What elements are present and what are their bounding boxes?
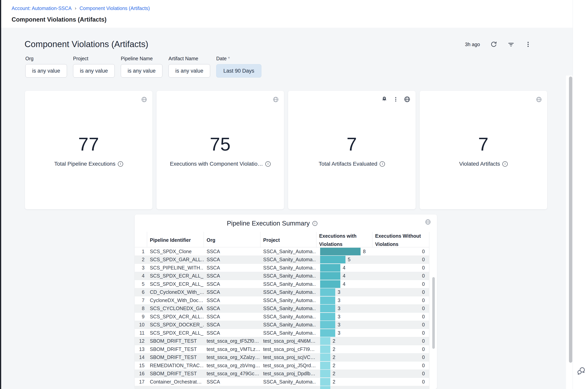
info-icon[interactable]: i	[312, 221, 317, 226]
breadcrumb-current-link[interactable]: Component Violations (Artifacts)	[79, 5, 150, 11]
cell-executions-without-violations: 0	[372, 306, 429, 311]
kebab-menu-icon[interactable]	[393, 96, 399, 102]
table-row: 8 SCS_CYCLONEDX_GA… SSCA SSCA_Sanity_Aut…	[135, 305, 429, 313]
violations-bar-value: 4	[343, 265, 346, 271]
globe-icon[interactable]	[425, 219, 431, 225]
info-icon[interactable]: i	[380, 161, 385, 167]
violations-bar-value: 3	[338, 322, 340, 327]
filter-icon[interactable]	[508, 41, 515, 48]
globe-icon[interactable]	[536, 96, 542, 103]
cell-executions-with-violations: 2	[316, 337, 372, 345]
cell-org: test_ssca_org_VMTLz…	[204, 346, 260, 352]
table-row: 2 SCS_SPDX_GAR_ALL… SSCA SSCA_Sanity_Aut…	[135, 256, 429, 264]
pipeline-execution-summary-panel: Pipeline Execution Summary i Pipeline Id…	[135, 215, 437, 389]
breadcrumb-account-link[interactable]: Account: Automation-SSCA	[12, 5, 72, 11]
cell-executions-without-violations: 0	[372, 265, 429, 271]
cell-row-number: 9	[135, 314, 147, 320]
table-row	[135, 386, 429, 389]
violations-bar	[320, 296, 335, 304]
violations-bar-value: 2	[333, 355, 335, 360]
right-gutter	[573, 0, 588, 389]
table-row: 17 Container_Orchestrat… SSCA SSCA_Sanit…	[135, 378, 429, 386]
cell-org: test_ssca_org_479Gc…	[204, 371, 260, 376]
filter-artifact-name: Artifact Name is any value	[169, 56, 210, 77]
cell-org: SSCA	[204, 257, 260, 262]
add-alert-icon[interactable]	[381, 96, 388, 103]
cell-pipeline-identifier: SCS_SPDX_GAR_ALL…	[147, 257, 204, 262]
card-violated-artifacts: 7 Violated Artifacts i	[420, 91, 547, 209]
page-scrollbar-thumb[interactable]	[569, 77, 572, 363]
column-header-org[interactable]: Org	[204, 236, 260, 244]
filter-org-value[interactable]: is any value	[25, 64, 67, 77]
cell-executions-without-violations: 0	[372, 314, 429, 320]
cell-project: SSCA_Sanity_Automa…	[260, 273, 316, 279]
cell-executions-with-violations	[316, 386, 372, 389]
column-header-pipeline-identifier[interactable]: Pipeline Identifier	[147, 236, 204, 244]
cell-pipeline-identifier: CD_CycloneDX_With_…	[147, 289, 204, 295]
info-icon[interactable]: i	[265, 161, 271, 167]
cell-project: test_ssca_proj_4N6M…	[260, 338, 316, 344]
violations-bar-value: 3	[338, 289, 340, 295]
kebab-menu-icon[interactable]	[525, 41, 531, 48]
cell-row-number: 10	[135, 322, 147, 327]
filter-pipeline-name-value[interactable]: is any value	[121, 64, 162, 77]
violations-bar-value: 3	[338, 314, 340, 320]
table-row: 3 SCS_PIPELINE_WITH… SSCA SSCA_Sanity_Au…	[135, 264, 429, 272]
violations-bar	[320, 354, 330, 361]
table-row: 5 SCS_SPDX_ECR_ALL_… SSCA SSCA_Sanity_Au…	[135, 280, 429, 288]
refresh-icon[interactable]	[490, 41, 497, 48]
cell-org: SSCA	[204, 330, 260, 336]
cell-executions-with-violations: 3	[316, 321, 372, 329]
cell-row-number: 12	[135, 338, 147, 344]
globe-icon[interactable]	[273, 96, 279, 103]
table-body: 1 SCS_SPDX_Clone SSCA SSCA_Sanity_Automa…	[135, 248, 429, 389]
top-header: Account: Automation-SSCA › Component Vio…	[1, 0, 573, 28]
column-header-project[interactable]: Project	[260, 236, 316, 244]
filter-project-label: Project	[73, 56, 115, 62]
violations-bar	[320, 305, 335, 312]
breadcrumb: Account: Automation-SSCA › Component Vio…	[12, 5, 150, 11]
violations-bar-value: 8	[363, 249, 366, 254]
info-icon[interactable]: i	[502, 161, 508, 167]
filter-bar: Org is any value Project is any value Pi…	[25, 56, 261, 77]
cell-executions-with-violations: 3	[316, 296, 372, 304]
violations-bar-value: 4	[343, 273, 346, 279]
violations-bar	[320, 288, 335, 296]
info-icon[interactable]: i	[118, 161, 123, 167]
cell-executions-without-violations: 0	[372, 330, 429, 336]
filter-date-value[interactable]: Last 90 Days	[216, 64, 261, 77]
violations-bar	[320, 248, 361, 255]
cell-executions-with-violations: 3	[316, 313, 372, 321]
cell-row-number: 3	[135, 265, 147, 271]
table-row: 12 SBOM_DRIFT_TEST test_ssca_org_tF5Zf0……	[135, 337, 429, 345]
table-scrollbar-thumb[interactable]	[432, 277, 435, 349]
stat-value: 75	[157, 134, 284, 155]
globe-icon[interactable]	[141, 96, 147, 103]
filter-artifact-name-value[interactable]: is any value	[169, 64, 210, 77]
cell-executions-without-violations: 0	[372, 338, 429, 344]
cell-org: test_ssca_org_zbVmg…	[204, 363, 260, 368]
cell-executions-with-violations: 2	[316, 345, 372, 353]
globe-icon[interactable]	[404, 96, 411, 103]
cell-project: test_ssca_proj_J5Qrd…	[260, 363, 316, 368]
table-row: 7 CycloneDX_With_Doc… SSCA SSCA_Sanity_A…	[135, 296, 429, 305]
chat-bubbles-icon[interactable]	[576, 366, 586, 376]
cell-executions-without-violations: 0	[372, 322, 429, 327]
violations-bar-value: 3	[338, 297, 340, 303]
cell-project: SSCA_Sanity_Automa…	[260, 297, 316, 303]
cell-project: test_ssca_proj_scjVC…	[260, 355, 316, 360]
cell-pipeline-identifier: SBOM_DRIFT_TEST	[147, 355, 204, 360]
card-total-artifacts-evaluated: 7 Total Artifacts Evaluated i	[288, 91, 415, 209]
cell-row-number: 5	[135, 281, 147, 287]
cell-pipeline-identifier: SCS_PIPELINE_WITH…	[147, 265, 204, 271]
violations-bar	[320, 370, 330, 377]
cell-project: test_ssca_proj_cF7I9…	[260, 346, 316, 352]
cell-executions-with-violations: 4	[316, 280, 372, 288]
column-header-executions-with-violations[interactable]: Executions with Violations	[316, 232, 372, 248]
cell-project: test_ssca_proj_Dpdlb…	[260, 371, 316, 376]
breadcrumb-separator-icon: ›	[75, 5, 76, 11]
stat-label: Total Artifacts Evaluated	[319, 161, 378, 167]
cell-pipeline-identifier: SBOM_DRIFT_TEST	[147, 371, 204, 376]
filter-project-value[interactable]: is any value	[73, 64, 115, 77]
column-header-executions-without-violations[interactable]: Executions Without Violations	[372, 232, 429, 248]
